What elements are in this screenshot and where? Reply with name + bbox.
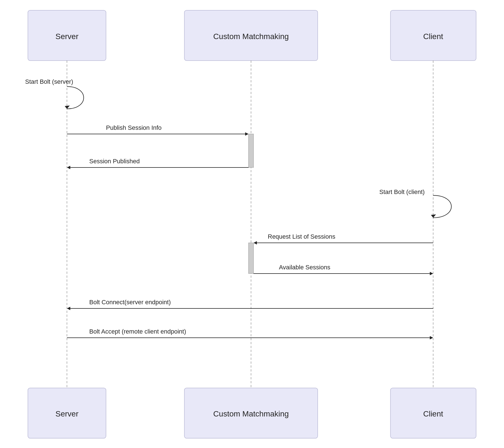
svg-rect-2 (390, 10, 476, 61)
request-list-arrowhead (254, 241, 257, 245)
start-bolt-client-arrowhead (431, 214, 436, 218)
publish-session-arrowhead (245, 132, 249, 136)
actor-client-top-label: Client (423, 32, 443, 41)
bolt-connect-label: Bolt Connect(server endpoint) (89, 299, 171, 306)
svg-rect-0 (28, 10, 106, 61)
sequence-diagram: Server Custom Matchmaking Client Server … (0, 0, 504, 448)
start-bolt-server-label: Start Bolt (server) (25, 78, 73, 85)
request-list-label: Request List of Sessions (268, 233, 335, 240)
session-published-label: Session Published (89, 158, 140, 165)
available-sessions-label: Available Sessions (279, 264, 330, 271)
session-published-arrowhead (67, 166, 70, 169)
actor-server-top-label: Server (56, 32, 78, 41)
bolt-accept-label: Bolt Accept (remote client endpoint) (89, 328, 186, 335)
matchmaking-activation-2 (249, 243, 254, 274)
actor-client-bottom-label: Client (423, 409, 443, 418)
start-bolt-client-loop (433, 195, 451, 218)
actor-server-bottom-label: Server (56, 409, 78, 418)
start-bolt-server-loop (67, 87, 84, 109)
svg-rect-1 (184, 10, 318, 61)
actor-matchmaking-bottom-label: Custom Matchmaking (213, 409, 289, 418)
svg-rect-4 (184, 388, 318, 438)
available-sessions-arrowhead (430, 272, 433, 275)
svg-rect-3 (28, 388, 106, 438)
bolt-connect-arrowhead (67, 307, 70, 310)
start-bolt-server-arrowhead (65, 106, 70, 109)
bolt-accept-arrowhead (430, 336, 433, 339)
actor-matchmaking-top-label: Custom Matchmaking (213, 32, 289, 41)
start-bolt-client-label: Start Bolt (client) (379, 188, 425, 195)
svg-rect-5 (390, 388, 476, 438)
publish-session-label: Publish Session Info (106, 124, 161, 131)
matchmaking-activation-1 (249, 134, 254, 167)
